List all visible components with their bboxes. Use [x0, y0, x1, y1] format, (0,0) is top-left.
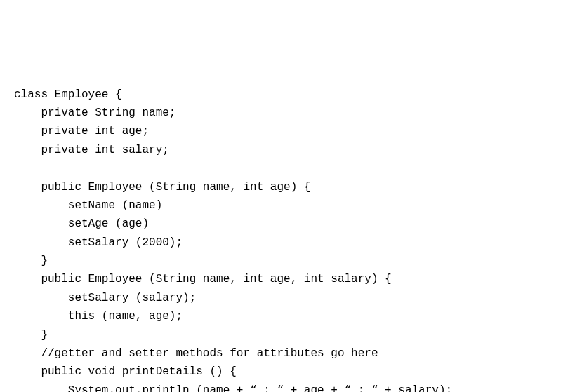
- code-snippet: class Employee { private String name; pr…: [14, 86, 568, 392]
- code-line: public Employee (String name, int age) {: [14, 181, 310, 194]
- code-line: System.out.println (name + “ : “ + age +…: [14, 384, 452, 392]
- code-line: public void printDetails () {: [14, 365, 237, 378]
- code-line: private int age;: [14, 125, 149, 137]
- code-line: //getter and setter methods for attribut…: [14, 347, 378, 360]
- code-line: setSalary (salary);: [14, 292, 196, 304]
- code-line: setAge (age): [14, 217, 149, 230]
- code-line: }: [14, 329, 48, 342]
- code-line: this (name, age);: [14, 310, 183, 323]
- code-line: private int salary;: [14, 144, 169, 156]
- code-line: setName (name): [14, 199, 162, 212]
- code-line: }: [14, 255, 48, 267]
- code-line: setSalary (2000);: [14, 236, 183, 249]
- code-line: private String name;: [14, 107, 176, 119]
- code-line: class Employee {: [14, 88, 122, 101]
- code-line: public Employee (String name, int age, i…: [14, 273, 392, 285]
